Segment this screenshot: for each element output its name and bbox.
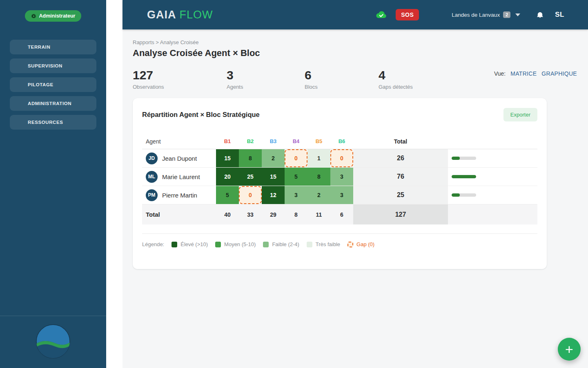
view-option-matrice[interactable]: MATRICE bbox=[510, 70, 537, 77]
cloud-check-icon bbox=[376, 11, 387, 19]
avatar: PM bbox=[146, 189, 158, 201]
legend-divider bbox=[142, 233, 537, 234]
role-badge: Administrateur bbox=[25, 10, 82, 22]
matrix-cell: 12 bbox=[262, 186, 285, 204]
view-option-graphique[interactable]: GRAPHIQUE bbox=[541, 70, 577, 77]
sidebar-item-administration[interactable]: ADMINISTRATION bbox=[10, 96, 96, 111]
sidebar-item-terrain[interactable]: TERRAIN bbox=[10, 40, 96, 54]
topbar-actions: SOS Landes de Lanvaux 2 SL bbox=[376, 9, 564, 20]
brand-primary: GAIA bbox=[147, 9, 176, 21]
matrix-row-pierre-martin: PM Pierre Martin 5 0 12 3 2 3 25 bbox=[142, 186, 537, 204]
app-root: Administrateur TERRAIN SUPERVISION PILOT… bbox=[0, 0, 588, 368]
progress-column-header bbox=[448, 134, 537, 149]
agent-cell: JD Jean Dupont bbox=[142, 149, 216, 167]
agent-name: Marie Laurent bbox=[162, 173, 200, 180]
legend-item-label: Très faible bbox=[316, 241, 340, 247]
chevron-down-icon bbox=[515, 13, 520, 16]
legend-item-faible: Faible (2-4) bbox=[263, 241, 299, 247]
progress-track bbox=[452, 157, 476, 160]
row-progress bbox=[448, 168, 537, 186]
agent-name: Jean Dupont bbox=[162, 155, 197, 162]
matrix-cell: 3 bbox=[330, 186, 353, 204]
user-avatar[interactable]: SL bbox=[555, 11, 564, 19]
legend-item-label: Moyen (5-10) bbox=[224, 241, 256, 247]
matrix-cell: 3 bbox=[330, 168, 353, 186]
sos-button[interactable]: SOS bbox=[396, 9, 419, 20]
site-count-badge: 2 bbox=[503, 11, 510, 18]
sidebar-item-ressources[interactable]: RESSOURCES bbox=[10, 115, 96, 130]
column-total: 29 bbox=[262, 204, 285, 224]
agent-name: Pierre Martin bbox=[162, 192, 197, 199]
matrix-cell: 1 bbox=[307, 149, 330, 167]
stat-value: 127 bbox=[133, 69, 227, 82]
matrix-row-jean-dupont: JD Jean Dupont 15 8 2 0 1 0 26 bbox=[142, 149, 537, 168]
bell-icon[interactable] bbox=[537, 11, 543, 19]
row-progress bbox=[448, 186, 537, 204]
sidebar-footer bbox=[0, 316, 106, 368]
matrix-header-row: Agent B1 B2 B3 B4 B5 B6 Total bbox=[142, 134, 537, 149]
legend-item-gap: Gap (0) bbox=[347, 241, 374, 247]
sidebar-item-pilotage[interactable]: PILOTAGE bbox=[10, 77, 96, 92]
gaia-logo bbox=[36, 324, 70, 360]
column-total: 8 bbox=[285, 204, 307, 224]
bloc-header-b4: B4 bbox=[285, 134, 307, 149]
add-button[interactable]: + bbox=[558, 338, 581, 361]
progress-fill bbox=[452, 157, 460, 160]
row-total: 26 bbox=[353, 149, 448, 167]
sidebar-item-supervision[interactable]: SUPERVISION bbox=[10, 58, 96, 73]
sidebar-nav: TERRAIN SUPERVISION PILOTAGE ADMINISTRAT… bbox=[0, 40, 106, 130]
sidebar: Administrateur TERRAIN SUPERVISION PILOT… bbox=[0, 0, 106, 368]
legend-item-eleve: Élevé (>10) bbox=[172, 241, 208, 247]
site-selector[interactable]: Landes de Lanvaux 2 bbox=[452, 11, 520, 18]
gear-icon bbox=[31, 13, 36, 19]
role-badge-label: Administrateur bbox=[39, 13, 76, 19]
matrix-cell: 5 bbox=[285, 168, 307, 186]
stat-blocs: 6 Blocs bbox=[305, 69, 379, 90]
legend-swatch-gap bbox=[347, 242, 353, 247]
legend: Légende: Élevé (>10) Moyen (5-10) Faible… bbox=[142, 241, 537, 247]
stat-label: Observations bbox=[133, 84, 227, 90]
matrix-cell: 8 bbox=[307, 168, 330, 186]
legend-item-tres-faible: Très faible bbox=[307, 241, 340, 247]
stat-value: 6 bbox=[305, 69, 379, 82]
column-total: 33 bbox=[239, 204, 262, 224]
export-button[interactable]: Exporter bbox=[503, 108, 537, 121]
matrix-cell-gap: 0 bbox=[330, 149, 353, 167]
stat-value: 4 bbox=[379, 69, 413, 82]
matrix-row-marie-laurent: ML Marie Laurent 20 25 15 5 8 3 76 bbox=[142, 168, 537, 186]
brand-logo: GAIAFLOW bbox=[147, 9, 213, 21]
progress-track bbox=[452, 175, 476, 178]
matrix-cell-gap: 0 bbox=[239, 186, 262, 204]
legend-swatch-high bbox=[172, 242, 177, 247]
agent-column-header: Agent bbox=[142, 134, 216, 149]
legend-item-label: Gap (0) bbox=[356, 241, 374, 247]
page-title: Analyse Croisée Agent × Bloc bbox=[133, 48, 588, 58]
matrix-cell: 15 bbox=[216, 149, 239, 167]
legend-label: Légende: bbox=[142, 241, 164, 247]
matrix-cell-gap: 0 bbox=[285, 149, 307, 167]
breadcrumb[interactable]: Rapports > Analyse Croisée bbox=[133, 39, 588, 45]
agent-cell: ML Marie Laurent bbox=[142, 168, 216, 186]
row-progress-empty bbox=[448, 204, 537, 224]
agent-cell: PM Pierre Martin bbox=[142, 186, 216, 204]
progress-fill bbox=[452, 193, 460, 197]
avatar: JD bbox=[146, 153, 158, 164]
progress-track bbox=[452, 193, 476, 197]
bloc-header-b1: B1 bbox=[216, 134, 239, 149]
view-switcher: Vue: MATRICE GRAPHIQUE bbox=[494, 70, 577, 77]
matrix-table: Agent B1 B2 B3 B4 B5 B6 Total JD bbox=[142, 134, 537, 224]
legend-swatch-medium bbox=[215, 242, 221, 247]
matrix-cell: 15 bbox=[262, 168, 285, 186]
stat-label: Gaps détectés bbox=[379, 84, 413, 90]
legend-item-label: Élevé (>10) bbox=[180, 241, 208, 247]
bloc-header-b2: B2 bbox=[239, 134, 262, 149]
stat-observations: 127 Observations bbox=[133, 69, 227, 90]
legend-item-moyen: Moyen (5-10) bbox=[215, 241, 256, 247]
stat-gaps: 4 Gaps détectés bbox=[379, 69, 413, 90]
avatar: ML bbox=[146, 171, 158, 183]
bloc-header-b5: B5 bbox=[307, 134, 330, 149]
bloc-header-b6: B6 bbox=[330, 134, 353, 149]
legend-item-label: Faible (2-4) bbox=[272, 241, 299, 247]
stat-label: Blocs bbox=[305, 84, 379, 90]
brand-secondary: FLOW bbox=[180, 9, 213, 21]
